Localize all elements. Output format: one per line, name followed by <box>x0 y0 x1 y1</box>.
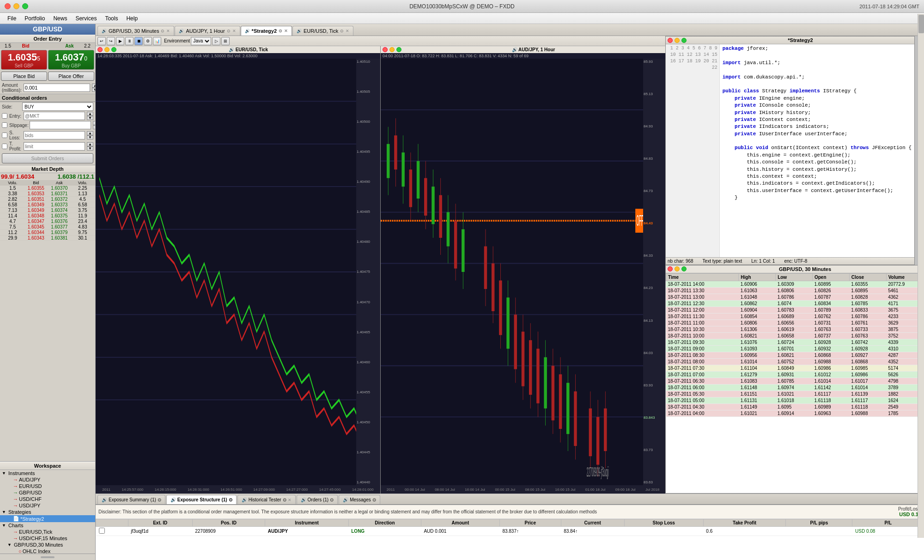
tree-item-eur-usd-tick[interactable]: →EUR/USD,Tick <box>0 529 95 535</box>
table-scroll[interactable]: Time High Low Open Close Volume 18-07-20… <box>666 273 924 494</box>
tp-input[interactable] <box>24 142 85 151</box>
chart-btn-8[interactable]: ▷ <box>212 37 220 45</box>
sl-input[interactable] <box>24 131 85 139</box>
menu-news[interactable]: News <box>49 14 71 23</box>
action-buttons: Place Bid Place Offer <box>0 71 95 82</box>
chart-btn-2[interactable]: ↪ <box>107 37 115 45</box>
entry-spinner[interactable]: ▲ ▼ <box>87 112 93 120</box>
audjpy-close-btn[interactable] <box>383 47 388 52</box>
slippage-check[interactable] <box>2 122 7 128</box>
chart-btn-7[interactable]: 📊 <box>153 37 161 45</box>
tree-item-eur-usd[interactable]: →EUR/USD <box>0 483 95 489</box>
tree-item--strategy2[interactable]: 📄*Strategy2 <box>0 515 95 522</box>
chart-btn-5[interactable]: ⏹ <box>134 37 143 45</box>
svg-rect-29 <box>417 161 419 199</box>
chart-btn-6[interactable]: ⚙ <box>144 37 152 45</box>
tab-strategy2[interactable]: 🔊 *Strategy2 ⊙ ✕ <box>241 26 292 36</box>
exp-col-price: Price <box>499 519 561 527</box>
place-bid-button[interactable]: Place Bid <box>1 72 47 81</box>
submit-orders-button[interactable]: Submit Orders <box>2 153 93 163</box>
code-close-btn[interactable] <box>668 38 673 43</box>
tab-eurusd[interactable]: 🔊 EUR/USD, Tick ⊙ ✕ <box>292 26 353 36</box>
historical-close[interactable]: ✕ <box>288 498 292 502</box>
tab-audjpy[interactable]: 🔊 AUD/JPY, 1 Hour ⊙ ✕ <box>175 26 240 36</box>
env-select[interactable]: Java <box>191 37 211 45</box>
depth-row: 11.41.603481.6037511.9 <box>0 213 95 219</box>
tree-item-charts[interactable]: ▼Charts <box>0 522 95 529</box>
bottom-tab-orders[interactable]: 🔊 Orders (1) ⊙ <box>297 495 338 504</box>
svg-rect-45 <box>492 264 494 311</box>
code-min-btn[interactable] <box>675 38 680 43</box>
side-select[interactable]: BUYSELL <box>22 102 93 111</box>
sl-check[interactable] <box>2 132 7 138</box>
resize-handle[interactable] <box>0 554 95 560</box>
eurusd-min-btn[interactable] <box>104 47 109 52</box>
audjpy-chart-area: OFFER 84.425 <box>381 59 665 485</box>
slippage-input[interactable] <box>30 121 91 129</box>
chart-btn-1[interactable]: ↩ <box>97 37 106 45</box>
sl-spinner[interactable]: ▲ ▼ <box>87 131 93 139</box>
bottom-tab-historical[interactable]: 🔊 Historical Tester ⊙ ✕ <box>237 495 296 504</box>
code-max-btn[interactable] <box>681 38 687 43</box>
spinner-up[interactable]: ▲ <box>92 84 96 88</box>
minimize-button[interactable] <box>13 3 19 9</box>
exposure-checkbox[interactable] <box>99 528 105 534</box>
close-button[interactable] <box>5 3 11 9</box>
chart-btn-4[interactable]: ⏸ <box>125 37 134 45</box>
maximize-button[interactable] <box>22 3 28 9</box>
audjpy-close-icon[interactable]: ✕ <box>232 29 236 33</box>
tab-gbpusd[interactable]: 🔊 GBP/USD, 30 Minutes ⊙ ✕ <box>97 26 174 36</box>
table-close-btn[interactable] <box>668 266 673 271</box>
tree-item-ohlc-index[interactable]: ○OHLC Index <box>0 548 95 554</box>
bottom-tab-messages[interactable]: 🔊 Messages ⊙ <box>339 495 380 504</box>
sl-row: S. Loss: ▲ ▼ <box>0 130 95 141</box>
menu-services[interactable]: Services <box>72 14 100 23</box>
svg-rect-67 <box>574 391 577 446</box>
tree-item-usd-chf[interactable]: →USD/CHF <box>0 496 95 502</box>
chart-btn-9[interactable]: ⊞ <box>221 37 230 45</box>
amount-spinner[interactable]: ▲ ▼ <box>92 84 96 92</box>
tree-item-aud-jpy[interactable]: →AUD/JPY <box>0 476 95 483</box>
eurusd-close-btn[interactable] <box>97 47 103 52</box>
table-min-btn[interactable] <box>675 266 680 271</box>
code-line-col: Ln: 1 Col: 1 <box>751 259 775 264</box>
audjpy-max-btn[interactable] <box>396 47 401 52</box>
disclaimer-text: Disclaimer: This section of the platform… <box>98 509 894 514</box>
bottom-tab-exposure-summary[interactable]: 🔊 Exposure Summary (1) ⊙ <box>97 495 165 504</box>
bottom-tab-exposure-structure[interactable]: 🔊 Exposure Structure (1) ⊙ <box>166 495 237 504</box>
amount-input[interactable] <box>24 84 90 92</box>
exp-col-plpips: P/L pips <box>786 519 852 527</box>
place-offer-button[interactable]: Place Offer <box>48 72 94 81</box>
tree-item-usd-jpy[interactable]: →USD/JPY <box>0 502 95 509</box>
entry-input[interactable] <box>24 112 85 120</box>
exp-col-extid: Ext. ID <box>128 519 192 527</box>
tree-item-strategies[interactable]: ▼Strategies <box>0 509 95 515</box>
table-max-btn[interactable] <box>681 266 687 271</box>
menu-file[interactable]: File <box>4 14 20 23</box>
strategy2-close-icon[interactable]: ✕ <box>284 29 288 33</box>
svg-rect-55 <box>529 340 532 395</box>
tree-item-usd-chf-15-minutes[interactable]: →USD/CHF,15 Minutes <box>0 535 95 542</box>
svg-rect-53 <box>522 331 524 386</box>
entry-check[interactable] <box>2 113 7 119</box>
menu-tools[interactable]: Tools <box>101 14 122 23</box>
tree-item-instruments[interactable]: ▼Instruments <box>0 470 95 476</box>
tp-spinner[interactable]: ▲ ▼ <box>87 142 93 151</box>
tree-item-gbp-usd[interactable]: →GBP/USD <box>0 489 95 496</box>
audjpy-chart-panel: 🔊 AUD/JPY, 1 Hour 04:00 2011-07-18 O: 83… <box>381 46 665 494</box>
eurusd-close-icon[interactable]: ✕ <box>346 29 349 33</box>
market-depth-header: Market Depth <box>0 165 95 173</box>
svg-rect-57 <box>536 349 539 403</box>
gbpusd-close-icon[interactable]: ✕ <box>166 29 170 33</box>
spinner-down[interactable]: ▼ <box>92 88 96 92</box>
audjpy-time-scale: 201100:00 14 Jul08:00 14 Jul16:00 14 Jul… <box>381 485 665 494</box>
audjpy-min-btn[interactable] <box>389 47 395 52</box>
code-text-area[interactable]: package jforex; import java.util.*; impo… <box>720 44 914 257</box>
menu-help[interactable]: Help <box>122 14 141 23</box>
chart-btn-3[interactable]: ▶ <box>116 37 124 45</box>
tree-item-gbp-usd-30-minutes[interactable]: ▼GBP/USD,30 Minutes <box>0 542 95 548</box>
instrument-header: GBP/USD <box>0 24 95 35</box>
eurusd-max-btn[interactable] <box>111 47 116 52</box>
menu-portfolio[interactable]: Portfolio <box>21 14 49 23</box>
tp-check[interactable] <box>2 144 7 149</box>
